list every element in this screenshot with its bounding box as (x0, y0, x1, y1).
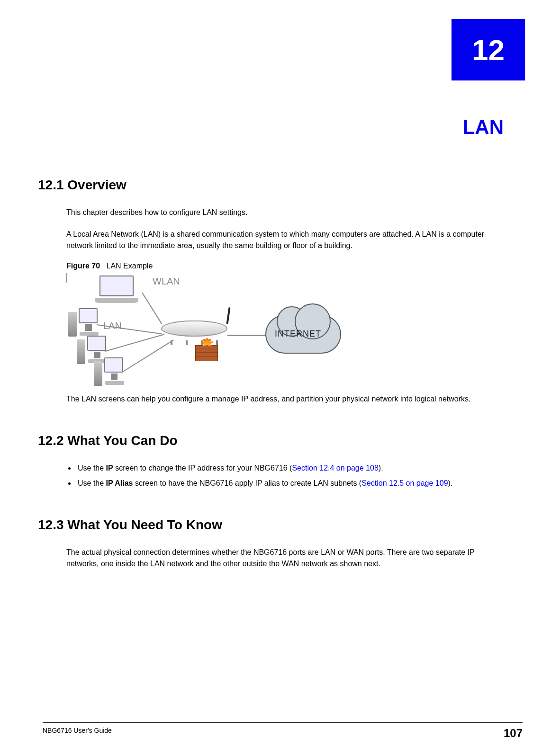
cross-reference-link[interactable]: Section 12.4 on page 108 (292, 464, 378, 472)
figure-label: Figure 70 (66, 262, 100, 270)
section-heading-whatyoucando: 12.2 What You Can Do (38, 433, 507, 448)
page-number: 107 (504, 727, 523, 740)
internet-cloud-icon: INTERNET (265, 315, 341, 354)
section-what-you-can-do: 12.2 What You Can Do Use the IP screen t… (43, 433, 507, 489)
bullet-bold: IP Alias (106, 479, 133, 487)
bullet-list: Use the IP screen to change the IP addre… (76, 462, 507, 489)
list-item: Use the IP Alias screen to have the NBG6… (76, 478, 507, 489)
wlan-label: WLAN (153, 276, 180, 287)
chapter-number: 12 (472, 33, 505, 67)
bullet-text: screen to have the NBG6716 apply IP alia… (133, 479, 362, 487)
connection-line (142, 292, 162, 324)
router-icon (161, 320, 227, 342)
list-item: Use the IP screen to change the IP addre… (76, 462, 507, 474)
body-text: A Local Area Network (LAN) is a shared c… (66, 229, 507, 251)
section-what-you-need-to-know: 12.3 What You Need To Know The actual ph… (43, 517, 507, 569)
internet-label: INTERNET (275, 329, 321, 339)
figure-title: LAN Example (106, 262, 153, 270)
chapter-title: LAN (463, 116, 504, 139)
body-text: This chapter describes how to configure … (66, 207, 507, 218)
bullet-text: Use the (78, 464, 106, 472)
body-text: The actual physical connection determine… (66, 547, 507, 569)
page-footer: NBG6716 User's Guide 107 (43, 722, 523, 740)
pc-icon (68, 306, 97, 338)
bullet-text: Use the (78, 479, 106, 487)
connection-line (66, 273, 67, 283)
laptop-icon (99, 276, 145, 303)
cross-reference-link[interactable]: Section 12.5 on page 109 (361, 479, 448, 487)
connection-line (227, 335, 268, 336)
bullet-text: screen to change the IP address for your… (113, 464, 292, 472)
section-heading-needtoknow: 12.3 What You Need To Know (38, 517, 507, 533)
bullet-bold: IP (106, 464, 113, 472)
lan-example-diagram: WLAN LAN INTERNET (66, 273, 343, 382)
body-text: The LAN screens can help you configure a… (66, 393, 507, 405)
bullet-text: ). (379, 464, 383, 472)
section-heading-overview: 12.1 Overview (38, 178, 507, 193)
firewall-icon (195, 345, 221, 367)
pc-icon (94, 356, 122, 387)
page-content: 12.1 Overview This chapter describes how… (43, 178, 507, 580)
chapter-header: LAN (463, 114, 504, 139)
footer-guide-name: NBG6716 User's Guide (43, 727, 112, 734)
connection-line (105, 334, 165, 352)
figure-caption: Figure 70 LAN Example (66, 262, 507, 270)
bullet-text: ). (448, 479, 453, 487)
chapter-tab: 12 (452, 19, 525, 80)
